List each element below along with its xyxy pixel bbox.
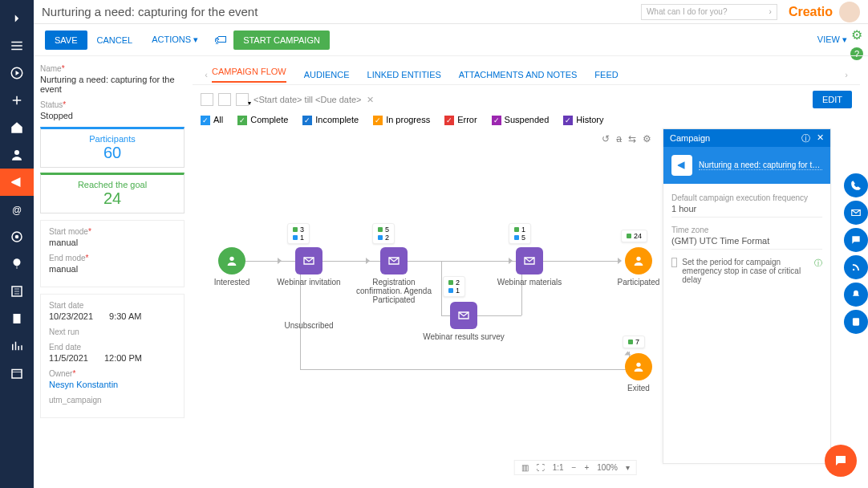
clear-date-icon[interactable]: ✕	[367, 95, 374, 105]
flow-tools: ↺ a ⇆ ⚙	[602, 133, 651, 144]
redo-icon[interactable]: a	[616, 133, 622, 144]
zoom-ratio[interactable]: 1:1	[553, 463, 564, 472]
nav-calendar[interactable]	[0, 360, 34, 387]
tab-audience[interactable]: AUDIENCE	[304, 70, 350, 79]
svg-point-5	[14, 258, 21, 266]
participants-label: Participants	[41, 134, 184, 144]
side-panel-subheader: Nurturing a need: capturing for the ev..…	[663, 147, 830, 184]
node-survey[interactable]: Webinar results survey	[416, 302, 512, 341]
filter-error[interactable]: ✓Error	[444, 115, 477, 125]
zoom-out-icon[interactable]: −	[572, 463, 577, 472]
nav-home[interactable]	[0, 114, 34, 141]
calendar-range-icon[interactable]: ▾	[236, 93, 249, 106]
search-input[interactable]: What can I do for you? ›	[641, 4, 777, 20]
start-date-value[interactable]: 10/23/2021	[49, 310, 93, 321]
tab-feed[interactable]: FEED	[594, 70, 618, 79]
chat-fab[interactable]	[825, 445, 857, 477]
node-interested[interactable]: Interested	[204, 247, 260, 287]
float-feed-icon[interactable]	[844, 255, 868, 279]
actions-dropdown[interactable]: ACTIONS ▾	[142, 30, 208, 50]
close-panel-icon[interactable]: ✕	[817, 132, 824, 144]
start-mode-value[interactable]: manual	[49, 236, 176, 247]
status-filters: ✓All ✓Complete ✓Incomplete ✓In progress …	[193, 111, 860, 128]
tab-linked-entities[interactable]: LINKED ENTITIES	[367, 70, 441, 79]
freq-value[interactable]: 1 hour	[671, 204, 822, 218]
nav-rail: @	[0, 0, 34, 488]
participants-metric[interactable]: Participants 60	[40, 127, 185, 168]
float-notes-icon[interactable]	[844, 310, 868, 334]
name-value[interactable]: Nurturing a need: capturing for the even…	[40, 73, 185, 94]
tab-attachments[interactable]: ATTACHMENTS AND NOTES	[459, 70, 578, 79]
cancel-button[interactable]: CANCEL	[87, 31, 143, 50]
start-date-label: Start date	[49, 301, 176, 310]
zoom-layout-icon[interactable]: ▥	[521, 463, 529, 472]
svg-rect-13	[853, 318, 859, 325]
arrange-icon[interactable]: ⇆	[628, 133, 636, 144]
float-bell-icon[interactable]	[844, 283, 868, 307]
filter-in-progress[interactable]: ✓In progress	[373, 115, 430, 125]
filter-all[interactable]: ✓All	[201, 115, 223, 125]
badge-survey: 2 1	[443, 276, 465, 297]
date-range-text[interactable]: <Start date> till <Due date>	[254, 95, 362, 104]
nav-target[interactable]	[0, 223, 34, 250]
flow-settings-icon[interactable]: ⚙	[643, 133, 651, 144]
calendar-to-icon[interactable]	[218, 93, 231, 106]
tabs-prev[interactable]: ‹	[201, 70, 212, 79]
tz-label: Time zone	[671, 226, 822, 234]
svg-point-11	[636, 363, 640, 367]
nav-org[interactable]	[0, 278, 34, 305]
tabs-next[interactable]: ›	[841, 70, 852, 79]
nav-campaign[interactable]	[0, 169, 34, 196]
filter-suspended[interactable]: ✓Suspended	[492, 115, 550, 125]
owner-value[interactable]: Nesyn Konstantin	[49, 378, 176, 389]
user-avatar[interactable]	[839, 2, 860, 22]
filter-incomplete[interactable]: ✓Incomplete	[302, 115, 359, 125]
zoom-in-icon[interactable]: +	[584, 463, 589, 472]
zoom-pct: 100%	[597, 463, 618, 472]
nav-at[interactable]: @	[0, 196, 34, 223]
tz-value[interactable]: (GMT) UTC Time Format	[671, 236, 822, 250]
search-placeholder: What can I do for you?	[647, 7, 728, 16]
end-mode-value[interactable]: manual	[49, 262, 176, 274]
filter-history[interactable]: ✓History	[563, 115, 603, 125]
nav-balloon[interactable]	[0, 250, 34, 278]
status-value[interactable]: Stopped	[40, 109, 185, 120]
badge-invitation: 3 1	[287, 223, 310, 244]
zoom-fit-icon[interactable]: ⛶	[537, 463, 545, 472]
nav-building[interactable]	[0, 305, 34, 332]
goal-metric[interactable]: Reached the goal 24	[40, 173, 185, 214]
save-button[interactable]: SAVE	[45, 31, 87, 50]
tab-campaign-flow[interactable]: CAMPAIGN FLOW	[212, 67, 286, 83]
edit-button[interactable]: EDIT	[813, 91, 852, 108]
tag-icon[interactable]: 🏷	[214, 33, 227, 47]
nav-expand[interactable]	[0, 5, 34, 32]
nav-contact[interactable]	[0, 141, 34, 169]
zoom-dropdown-icon[interactable]: ▾	[626, 463, 630, 472]
end-time-value[interactable]: 12:00 PM	[104, 352, 142, 363]
node-invitation[interactable]: Webinar invitation	[273, 247, 345, 287]
svg-point-12	[853, 269, 854, 270]
float-chat-icon[interactable]	[844, 228, 868, 252]
node-exited[interactable]: Exited	[606, 353, 671, 392]
start-campaign-button[interactable]: START CAMPAIGN	[233, 31, 330, 50]
node-participated[interactable]: Participated	[606, 247, 671, 287]
calendar-from-icon[interactable]	[201, 93, 213, 106]
start-time-value[interactable]: 9:30 AM	[109, 310, 141, 321]
node-registration[interactable]: Registration confirmation. Agenda Partic…	[350, 247, 438, 304]
nav-chart[interactable]	[0, 332, 34, 360]
undo-icon[interactable]: ↺	[602, 133, 610, 144]
end-date-value[interactable]: 11/5/2021	[49, 352, 88, 363]
float-phone-icon[interactable]	[844, 173, 868, 197]
side-panel-campaign-name[interactable]: Nurturing a need: capturing for the ev..…	[699, 161, 822, 170]
node-materials[interactable]: Webinar materials	[489, 247, 570, 287]
period-checkbox[interactable]	[671, 258, 677, 267]
period-info-icon[interactable]: ⓘ	[814, 258, 822, 269]
campaign-side-panel: Campaign ⓘ ✕ Nurturing a need: capturing…	[663, 128, 831, 464]
view-dropdown[interactable]: VIEW ▾	[808, 30, 857, 50]
nav-add[interactable]	[0, 87, 34, 114]
info-icon[interactable]: ⓘ	[801, 132, 810, 144]
nav-play[interactable]	[0, 59, 34, 87]
filter-complete[interactable]: ✓Complete	[237, 115, 288, 125]
float-mail-icon[interactable]	[844, 201, 868, 225]
nav-menu[interactable]	[0, 32, 34, 59]
